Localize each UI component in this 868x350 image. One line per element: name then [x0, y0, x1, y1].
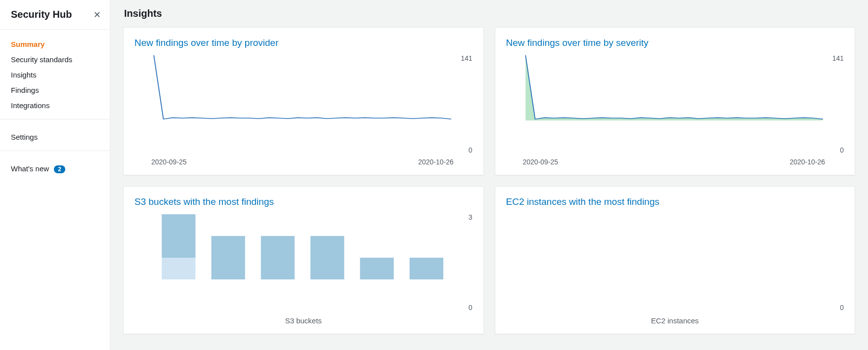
chart-plot [506, 53, 825, 155]
chart-yaxis: 141 0 [825, 53, 844, 155]
xend: 2020-10-26 [789, 158, 825, 166]
sidebar: Security Hub ✕ Summary Security standard… [0, 0, 110, 350]
sidebar-header: Security Hub ✕ [0, 7, 110, 30]
chart-xaxis: 2020-09-25 2020-10-26 [134, 155, 473, 166]
chart-plot [134, 53, 454, 155]
xstart: 2020-09-25 [151, 158, 187, 166]
svg-rect-0 [162, 214, 195, 258]
nav-label: Insights [11, 71, 37, 79]
svg-rect-3 [261, 236, 295, 279]
chart-xaxis: 2020-09-25 2020-10-26 [506, 155, 844, 166]
card-severity: New findings over time by severity 141 0… [495, 27, 856, 175]
card-provider: New findings over time by provider 141 0… [123, 27, 484, 175]
chart-yaxis: 0 [825, 212, 844, 312]
svg-rect-2 [211, 236, 245, 279]
card-ec2: EC2 instances with the most findings 0 E… [495, 186, 856, 334]
nav-label: Security standards [11, 55, 72, 64]
nav-settings[interactable]: Settings [0, 129, 110, 145]
svg-rect-6 [410, 258, 443, 279]
nav-label: Integrations [11, 101, 49, 110]
xstart: 2020-09-25 [523, 158, 559, 166]
chart-s3: 3 0 S3 buckets [134, 212, 473, 325]
sidebar-title: Security Hub [11, 9, 72, 20]
nav-whatsnew[interactable]: What's new 2 [0, 161, 110, 177]
card-s3-title[interactable]: S3 buckets with the most findings [134, 196, 473, 207]
chart-xlabel: S3 buckets [134, 312, 473, 325]
chart-plot [506, 212, 825, 312]
nav-label: What's new [11, 164, 49, 173]
nav-list-2: Settings [0, 122, 110, 148]
xend: 2020-10-26 [418, 158, 454, 166]
nav-summary[interactable]: Summary [0, 37, 110, 52]
ymax: 3 [469, 213, 473, 221]
chart-yaxis: 141 0 [454, 53, 473, 155]
chart-ec2: 0 EC2 instances [506, 212, 844, 325]
nav-standards[interactable]: Security standards [0, 52, 110, 67]
nav-integrations[interactable]: Integrations [0, 98, 110, 113]
ymin: 0 [469, 304, 473, 311]
chart-severity: 141 0 2020-09-25 2020-10-26 [506, 53, 844, 166]
card-severity-title[interactable]: New findings over time by severity [506, 38, 844, 48]
nav-label: Summary [11, 40, 44, 48]
nav-findings[interactable]: Findings [0, 82, 110, 98]
card-ec2-title[interactable]: EC2 instances with the most findings [506, 196, 844, 207]
nav-separator [0, 119, 110, 119]
card-provider-title[interactable]: New findings over time by provider [134, 38, 473, 48]
nav-label: Settings [11, 133, 38, 141]
svg-rect-5 [360, 258, 393, 279]
ymin: 0 [840, 304, 844, 311]
ymin: 0 [840, 146, 844, 154]
close-icon[interactable]: ✕ [93, 9, 101, 20]
ymax: 141 [461, 54, 472, 62]
main-content: Insights New findings over time by provi… [110, 0, 868, 350]
nav-label: Findings [11, 86, 39, 94]
nav-list: Summary Security standards Insights Find… [0, 30, 110, 116]
nav-separator [0, 151, 110, 151]
nav-insights[interactable]: Insights [0, 67, 110, 82]
chart-plot [134, 212, 454, 312]
ymin: 0 [469, 146, 473, 154]
cards-grid: New findings over time by provider 141 0… [123, 27, 855, 334]
nav-list-3: What's new 2 [0, 154, 110, 180]
chart-xlabel: EC2 instances [506, 312, 844, 325]
page-title: Insights [124, 8, 855, 19]
whatsnew-badge: 2 [54, 165, 65, 173]
card-s3: S3 buckets with the most findings 3 0 S3… [123, 186, 484, 334]
svg-rect-1 [162, 258, 195, 279]
svg-rect-4 [310, 236, 344, 279]
chart-provider: 141 0 2020-09-25 2020-10-26 [134, 53, 473, 166]
chart-yaxis: 3 0 [454, 212, 473, 312]
ymax: 141 [832, 54, 844, 62]
